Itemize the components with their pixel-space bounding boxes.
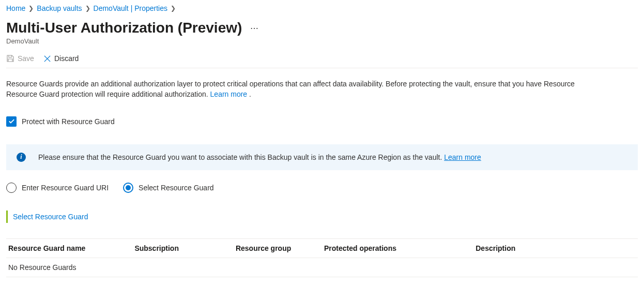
page-title: Multi-User Authorization (Preview)	[6, 20, 242, 36]
protect-checkbox-label: Protect with Resource Guard	[22, 117, 115, 126]
breadcrumb-item-backup-vaults[interactable]: Backup vaults	[37, 4, 82, 12]
table-header-row: Resource Guard name Subscription Resourc…	[6, 238, 638, 258]
col-resource-group[interactable]: Resource group	[234, 238, 322, 258]
chevron-right-icon: ❯	[85, 5, 90, 12]
info-learn-more-link[interactable]: Learn more	[444, 153, 481, 161]
select-resource-guard-wrap: Select Resource Guard	[6, 210, 638, 223]
info-banner: i Please ensure that the Resource Guard …	[6, 144, 638, 170]
table-empty-row: No Resource Guards	[6, 258, 638, 277]
table-empty-text: No Resource Guards	[6, 258, 638, 277]
resource-guard-table: Resource Guard name Subscription Resourc…	[6, 238, 638, 277]
page-title-row: Multi-User Authorization (Preview) ⋯	[6, 20, 638, 36]
checkmark-icon	[8, 118, 15, 125]
radio-enter-uri[interactable]: Enter Resource Guard URI	[6, 183, 109, 193]
toolbar: Save Discard	[6, 54, 638, 68]
info-banner-content: Please ensure that the Resource Guard yo…	[38, 153, 481, 161]
discard-button-label: Discard	[54, 54, 79, 63]
col-subscription[interactable]: Subscription	[132, 238, 234, 258]
radio-circle-icon	[123, 183, 133, 193]
breadcrumb-item-demovault-properties[interactable]: DemoVault | Properties	[94, 4, 167, 12]
discard-button[interactable]: Discard	[43, 54, 79, 63]
breadcrumb-item-home[interactable]: Home	[6, 4, 25, 12]
col-protected-operations[interactable]: Protected operations	[322, 238, 473, 258]
info-icon: i	[17, 153, 26, 162]
save-icon	[6, 54, 14, 63]
description-text: Resource Guards provide an additional au…	[6, 79, 638, 100]
description-line2-prefix: Resource Guard protection will require a…	[6, 90, 210, 98]
close-icon	[43, 55, 51, 63]
save-button[interactable]: Save	[6, 54, 34, 63]
description-suffix: .	[247, 90, 251, 98]
select-resource-guard-link[interactable]: Select Resource Guard	[13, 213, 88, 221]
radio-circle-icon	[6, 183, 17, 193]
page-subtitle: DemoVault	[6, 37, 638, 45]
protect-checkbox-row: Protect with Resource Guard	[6, 116, 638, 127]
more-actions-button[interactable]: ⋯	[248, 23, 262, 33]
col-description[interactable]: Description	[473, 238, 638, 258]
learn-more-link[interactable]: Learn more	[210, 90, 248, 98]
radio-label: Enter Resource Guard URI	[22, 184, 109, 192]
chevron-right-icon: ❯	[171, 5, 176, 12]
radio-group: Enter Resource Guard URI Select Resource…	[6, 183, 638, 193]
save-button-label: Save	[18, 54, 34, 63]
radio-label: Select Resource Guard	[139, 184, 214, 192]
protect-checkbox[interactable]	[6, 116, 17, 127]
col-resource-guard-name[interactable]: Resource Guard name	[6, 238, 132, 258]
chevron-right-icon: ❯	[28, 5, 34, 12]
radio-select-resource-guard[interactable]: Select Resource Guard	[123, 183, 214, 193]
breadcrumb: Home ❯ Backup vaults ❯ DemoVault | Prope…	[6, 4, 638, 12]
info-banner-text: Please ensure that the Resource Guard yo…	[38, 153, 444, 161]
description-line1: Resource Guards provide an additional au…	[6, 80, 575, 88]
